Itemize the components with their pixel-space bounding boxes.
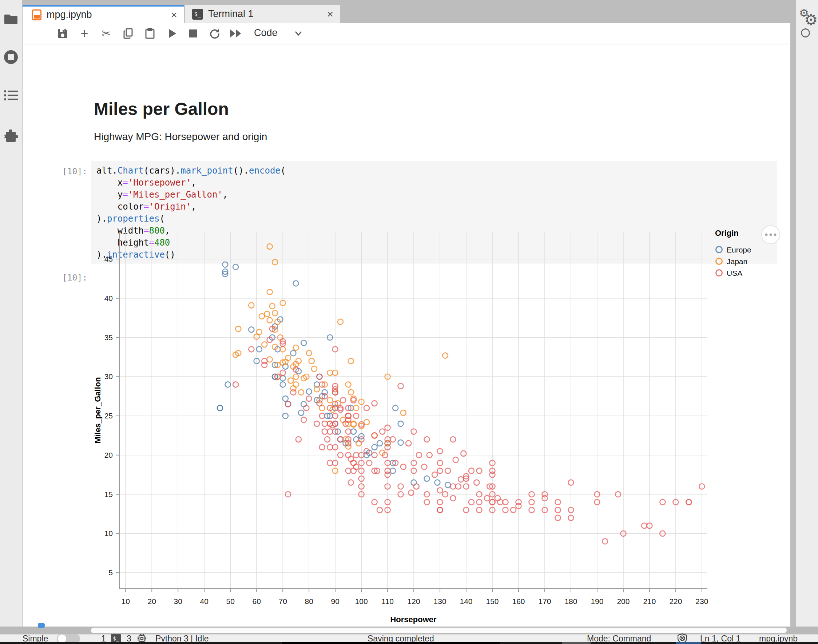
notebook-icon — [32, 9, 41, 20]
svg-text:10: 10 — [121, 597, 130, 606]
svg-text:90: 90 — [331, 597, 339, 606]
svg-text:160: 160 — [512, 597, 525, 606]
svg-text:20: 20 — [148, 597, 156, 606]
svg-text:210: 210 — [643, 597, 656, 606]
chevron-down-icon[interactable] — [294, 29, 303, 39]
copy-icon[interactable] — [120, 23, 136, 44]
cell-output: 1020304050607080901001101201301401501601… — [91, 44, 786, 627]
status-bar: Simple 1 $_ 3 Python 3 | Idle Saving com… — [0, 634, 818, 642]
svg-text:45: 45 — [104, 255, 113, 263]
svg-text:40: 40 — [104, 294, 113, 302]
close-icon[interactable]: × — [171, 9, 177, 21]
svg-text:130: 130 — [434, 597, 447, 606]
terminal-icon: $_ — [192, 9, 203, 20]
svg-text:100: 100 — [355, 597, 368, 606]
screen-bottom-strip — [0, 642, 818, 644]
kernel-status-icon[interactable] — [801, 28, 810, 37]
svg-text:10: 10 — [104, 529, 113, 537]
svg-text:Europe: Europe — [727, 245, 751, 254]
input-prompt: [10]: — [47, 167, 87, 176]
horizontal-scrollbar[interactable] — [91, 628, 787, 633]
svg-text:25: 25 — [104, 411, 113, 420]
right-sidebar: ⚙⚙ — [796, 0, 818, 634]
svg-text:170: 170 — [538, 597, 551, 606]
cell-type-dropdown[interactable]: Code — [254, 27, 278, 38]
svg-text:Japan: Japan — [727, 257, 747, 265]
svg-text:120: 120 — [408, 597, 420, 606]
tab-label: Terminal 1 — [208, 8, 254, 20]
svg-text:230: 230 — [695, 597, 708, 606]
svg-text:200: 200 — [617, 597, 629, 606]
run-icon[interactable] — [164, 23, 181, 44]
running-kernels-icon[interactable] — [0, 49, 22, 66]
svg-text:USA: USA — [727, 269, 742, 277]
active-cell-indicator[interactable] — [38, 623, 45, 628]
svg-text:35: 35 — [104, 333, 113, 342]
vertical-scrollbar-gutter[interactable] — [790, 0, 796, 634]
paste-icon[interactable] — [142, 23, 158, 44]
left-activity-bar — [0, 0, 22, 634]
add-cell-icon[interactable]: + — [77, 23, 92, 44]
run-all-icon[interactable] — [228, 23, 244, 44]
output-prompt: [10]: — [47, 273, 87, 282]
notebook-panel: Miles per Gallon Highway MPG: Horsepower… — [23, 44, 790, 627]
svg-text:110: 110 — [381, 597, 393, 606]
svg-text:60: 60 — [253, 597, 261, 606]
svg-text:50: 50 — [226, 597, 235, 606]
svg-text:30: 30 — [104, 372, 113, 380]
table-of-contents-icon[interactable] — [0, 89, 22, 103]
cut-icon[interactable]: ✂ — [98, 23, 114, 44]
svg-text:15: 15 — [104, 490, 113, 498]
mpg-scatter-chart[interactable]: 1020304050607080901001101201301401501601… — [91, 44, 786, 627]
svg-text:70: 70 — [278, 597, 287, 606]
svg-text:20: 20 — [104, 451, 113, 459]
svg-text:150: 150 — [486, 597, 499, 606]
svg-text:220: 220 — [669, 597, 682, 606]
tab-label: mpg.ipynb — [47, 9, 92, 20]
tab-terminal[interactable]: $_ Terminal 1 × — [184, 5, 340, 23]
svg-text:30: 30 — [174, 597, 182, 606]
folder-icon[interactable] — [0, 13, 22, 26]
restart-icon[interactable] — [207, 23, 223, 44]
svg-text:Miles_per_Gallon: Miles_per_Gallon — [93, 377, 102, 443]
close-icon[interactable]: × — [327, 8, 333, 20]
svg-text:5: 5 — [109, 568, 113, 577]
svg-text:40: 40 — [200, 597, 209, 606]
stop-icon[interactable] — [185, 23, 201, 44]
tab-notebook[interactable]: mpg.ipynb × — [23, 5, 184, 23]
svg-text:180: 180 — [564, 597, 577, 606]
notebook-toolbar: + ✂ Code Python 3 — [23, 23, 790, 44]
svg-text:80: 80 — [305, 597, 313, 606]
svg-text:Origin: Origin — [715, 228, 739, 238]
svg-text:140: 140 — [460, 597, 473, 606]
svg-text:Horsepower: Horsepower — [390, 615, 437, 624]
svg-text:190: 190 — [591, 597, 603, 606]
save-icon[interactable] — [55, 23, 71, 44]
extensions-icon[interactable] — [0, 130, 22, 145]
